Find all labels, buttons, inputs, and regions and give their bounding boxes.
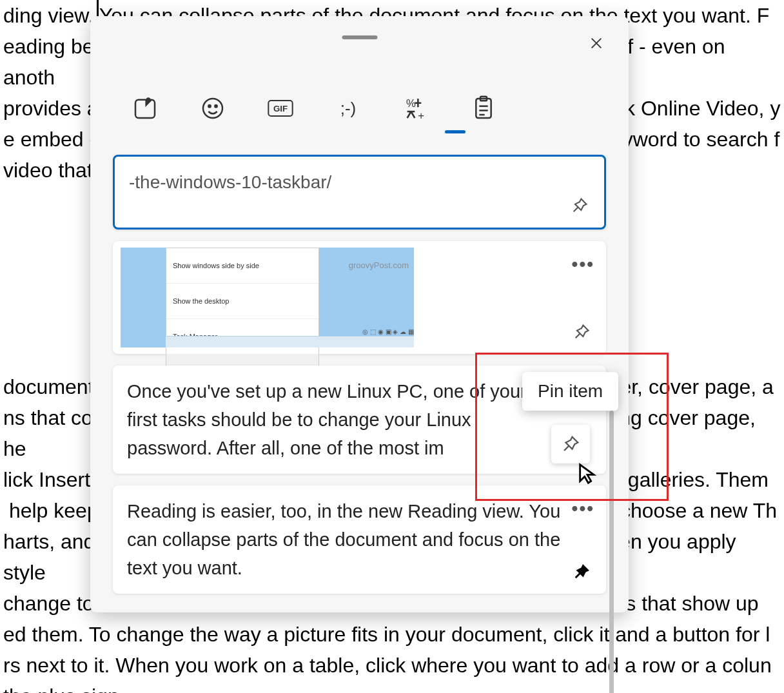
gif-icon: GIF — [268, 95, 293, 121]
clipboard-item-image[interactable]: groovyPost.com Show windows side by side… — [113, 241, 606, 354]
close-icon — [589, 36, 603, 50]
svg-text:+: + — [418, 110, 424, 121]
clipboard-item-url[interactable]: -the-windows-10-taskbar/ — [113, 155, 606, 229]
scrollbar[interactable] — [609, 411, 614, 693]
more-button[interactable]: ••• — [572, 250, 594, 278]
close-button[interactable] — [583, 30, 609, 56]
pin-button[interactable] — [569, 319, 594, 345]
pin-button[interactable] — [567, 193, 593, 219]
active-tab-indicator — [445, 130, 466, 133]
pin-tooltip: Pin item — [522, 372, 618, 411]
menu-item: Show the desktop — [166, 284, 318, 319]
pin-icon — [571, 197, 589, 215]
pin-button-hovered[interactable] — [551, 425, 590, 464]
tab-emoji[interactable] — [197, 92, 229, 124]
symbols-icon: %+ — [403, 95, 429, 121]
pin-icon — [573, 323, 591, 341]
tab-kaomoji[interactable]: ;-) — [332, 92, 364, 124]
svg-point-5 — [215, 105, 217, 107]
tab-clipboard[interactable] — [467, 92, 500, 124]
svg-line-16 — [576, 333, 580, 338]
clipboard-text-content: Once you've set up a new Linux PC, one o… — [127, 377, 561, 462]
tab-gif[interactable]: GIF — [264, 92, 297, 124]
pin-icon — [561, 434, 580, 454]
pin-button-pinned[interactable] — [569, 559, 594, 585]
tab-stickers[interactable] — [129, 92, 161, 124]
svg-text:GIF: GIF — [273, 104, 288, 113]
svg-rect-2 — [135, 100, 155, 118]
clipboard-item-text[interactable]: Reading is easier, too, in the new Readi… — [113, 485, 606, 594]
pin-filled-icon — [573, 563, 591, 581]
svg-line-17 — [576, 573, 580, 578]
menu-item: Show windows side by side — [166, 248, 318, 284]
clipboard-image-thumbnail: groovyPost.com Show windows side by side… — [121, 248, 414, 347]
clipboard-icon — [471, 95, 496, 121]
svg-point-4 — [208, 105, 210, 107]
clipboard-text-content: Reading is easier, too, in the new Readi… — [127, 497, 561, 582]
image-taskbar-strip: ◎ ⬚ ◉ ▣ ◈ ☁ ▦ — [166, 336, 414, 347]
clipboard-url-text: -the-windows-10-taskbar/ — [129, 168, 559, 197]
sticker-heart-icon — [132, 95, 158, 121]
svg-text:%: % — [406, 97, 416, 110]
svg-point-3 — [203, 99, 222, 118]
svg-line-15 — [574, 207, 578, 211]
drag-handle[interactable] — [342, 35, 377, 39]
panel-tabs: GIF ;-) %+ — [129, 92, 500, 124]
tab-symbols[interactable]: %+ — [400, 92, 432, 124]
svg-line-18 — [564, 446, 569, 451]
more-button[interactable]: ••• — [572, 494, 594, 523]
mouse-cursor — [576, 463, 598, 487]
image-watermark: groovyPost.com — [349, 251, 409, 280]
emoji-clipboard-panel: GIF ;-) %+ -the-windows-10-taskbar/ groo… — [90, 16, 629, 612]
emoji-icon — [200, 95, 226, 121]
